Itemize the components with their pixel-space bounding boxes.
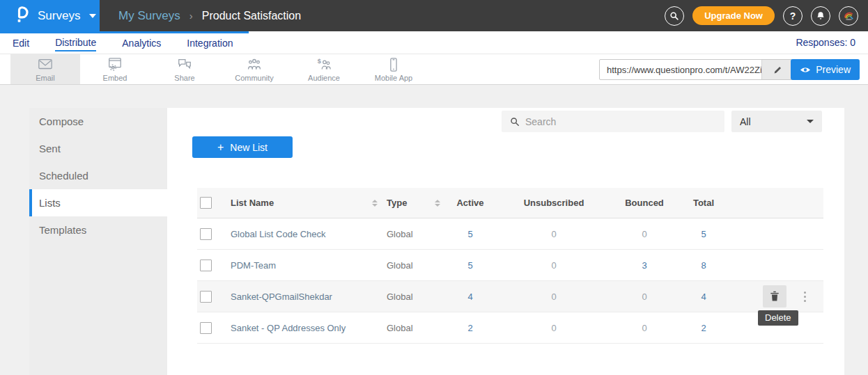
search-button[interactable]: [665, 6, 684, 26]
content-area: Compose Sent Scheduled Lists Templates A…: [0, 85, 868, 375]
breadcrumb: My Surveys › Product Satisfaction: [118, 9, 301, 23]
list-type: Global: [387, 323, 413, 333]
table-header-row: List Name Type Active Unsubscribed Bounc…: [197, 188, 823, 218]
channel-embed-label: Embed: [103, 74, 127, 82]
channel-audience-label: Audience: [308, 74, 340, 82]
survey-nav-tabs: Edit Distribute Analytics Integration Re…: [0, 31, 868, 54]
distribute-toolbar: Email Embed Share Community $: [0, 54, 868, 85]
unsubscribed-count[interactable]: 0: [551, 323, 556, 333]
chevron-down-icon: [89, 14, 96, 18]
questionpro-logo-icon: [14, 5, 30, 26]
top-bar: Surveys My Surveys › Product Satisfactio…: [0, 0, 868, 31]
active-count-link[interactable]: 2: [467, 323, 472, 333]
email-lists-panel: Compose Sent Scheduled Lists Templates A…: [29, 108, 844, 375]
list-type: Global: [387, 292, 413, 302]
email-sidebar: Compose Sent Scheduled Lists Templates: [29, 108, 167, 375]
unsubscribed-count[interactable]: 0: [551, 229, 556, 239]
breadcrumb-separator: ›: [189, 10, 193, 22]
search-field[interactable]: [502, 111, 724, 132]
bounced-count[interactable]: 0: [642, 229, 646, 239]
channel-audience[interactable]: $ Audience: [289, 54, 359, 84]
breadcrumb-my-surveys[interactable]: My Surveys: [118, 9, 180, 23]
list-name-link[interactable]: Sanket-QPGmailShekdar: [231, 292, 332, 302]
column-header-unsubscribed: Unsubscribed: [495, 198, 613, 208]
edit-url-button[interactable]: [761, 60, 793, 79]
filter-selected-value: All: [740, 116, 751, 127]
tab-edit[interactable]: Edit: [13, 34, 29, 51]
tab-distribute[interactable]: Distribute: [55, 33, 96, 51]
tab-integration[interactable]: Integration: [187, 34, 233, 51]
channel-share[interactable]: Share: [150, 54, 219, 84]
bounced-count[interactable]: 3: [642, 260, 646, 271]
bounced-count[interactable]: 0: [642, 292, 646, 302]
surveys-menu[interactable]: Surveys: [0, 0, 100, 31]
help-button[interactable]: ?: [783, 6, 803, 26]
svg-text:$: $: [318, 58, 321, 65]
search-input[interactable]: [525, 116, 724, 127]
bell-icon: [816, 11, 826, 21]
channel-embed[interactable]: Embed: [80, 54, 150, 84]
question-mark-icon: ?: [790, 10, 796, 22]
column-header-list-name[interactable]: List Name: [231, 198, 274, 208]
notifications-button[interactable]: [811, 6, 830, 26]
tab-analytics[interactable]: Analytics: [122, 34, 161, 51]
sidebar-item-scheduled[interactable]: Scheduled: [29, 162, 167, 189]
sidebar-item-lists[interactable]: Lists: [29, 189, 167, 216]
bounced-count[interactable]: 0: [642, 323, 646, 333]
total-count-link[interactable]: 8: [701, 260, 706, 271]
sidebar-item-templates[interactable]: Templates: [29, 216, 167, 244]
topbar-actions: Upgrade Now ?: [665, 6, 868, 26]
channel-community[interactable]: Community: [219, 54, 289, 84]
sidebar-item-compose[interactable]: Compose: [29, 108, 167, 135]
audience-icon: $: [316, 57, 332, 72]
sort-icon[interactable]: [435, 200, 440, 207]
account-avatar[interactable]: [839, 6, 858, 26]
total-count-link[interactable]: 2: [701, 323, 706, 333]
column-header-bounced: Bounced: [613, 198, 676, 208]
active-count-link[interactable]: 4: [467, 292, 472, 302]
email-icon: [38, 57, 53, 72]
row-more-actions-icon[interactable]: [801, 289, 809, 305]
list-name-link[interactable]: Sanket - QP Addresses Only: [231, 323, 346, 333]
sidebar-item-sent[interactable]: Sent: [29, 135, 167, 162]
table-row-hovered[interactable]: Sanket-QPGmailShekdar Global 4 0 0 4: [197, 281, 823, 312]
pencil-icon: [773, 65, 782, 74]
active-count-link[interactable]: 5: [467, 229, 472, 239]
embed-icon: [107, 57, 123, 72]
preview-button[interactable]: Preview: [791, 59, 860, 80]
surveys-menu-label: Surveys: [38, 9, 80, 23]
unsubscribed-count[interactable]: 0: [551, 292, 556, 302]
survey-url-text[interactable]: https://www.questionpro.com/t/AW22ZiLz6: [600, 65, 761, 75]
channel-mobile-app[interactable]: Mobile App: [359, 54, 428, 84]
row-checkbox[interactable]: [200, 291, 212, 303]
unsubscribed-count[interactable]: 0: [551, 260, 556, 271]
total-count-link[interactable]: 5: [701, 229, 706, 239]
upgrade-now-button[interactable]: Upgrade Now: [692, 6, 775, 25]
list-name-link[interactable]: Global List Code Check: [231, 229, 326, 239]
list-type-filter-dropdown[interactable]: All: [731, 111, 822, 132]
column-header-type[interactable]: Type: [387, 198, 407, 208]
channel-email[interactable]: Email: [10, 54, 80, 84]
preview-button-label: Preview: [816, 64, 851, 75]
trash-icon: [770, 291, 780, 302]
total-count-link[interactable]: 4: [701, 292, 706, 302]
table-row[interactable]: Global List Code Check Global 5 0 0 5: [197, 218, 823, 250]
header-accent-strip: [0, 31, 249, 33]
row-checkbox[interactable]: [200, 228, 212, 240]
survey-url-box[interactable]: https://www.questionpro.com/t/AW22ZiLz6: [599, 59, 794, 80]
new-list-button[interactable]: + New List: [192, 136, 293, 158]
chevron-down-icon: [807, 120, 814, 123]
sort-icon[interactable]: [372, 200, 378, 207]
column-header-active: Active: [446, 198, 495, 208]
row-checkbox[interactable]: [200, 260, 212, 271]
table-row[interactable]: PDM-Team Global 5 0 3 8: [197, 250, 823, 281]
table-row[interactable]: Sanket - QP Addresses Only Global 2 0 0 …: [197, 312, 823, 344]
responses-count[interactable]: Responses: 0: [796, 37, 855, 48]
active-count-link[interactable]: 5: [467, 260, 472, 271]
delete-list-button[interactable]: [763, 285, 786, 308]
plus-icon: +: [217, 142, 224, 153]
select-all-checkbox[interactable]: [200, 197, 212, 209]
new-list-button-label: New List: [230, 142, 268, 153]
row-checkbox[interactable]: [200, 322, 212, 334]
list-name-link[interactable]: PDM-Team: [231, 260, 276, 271]
